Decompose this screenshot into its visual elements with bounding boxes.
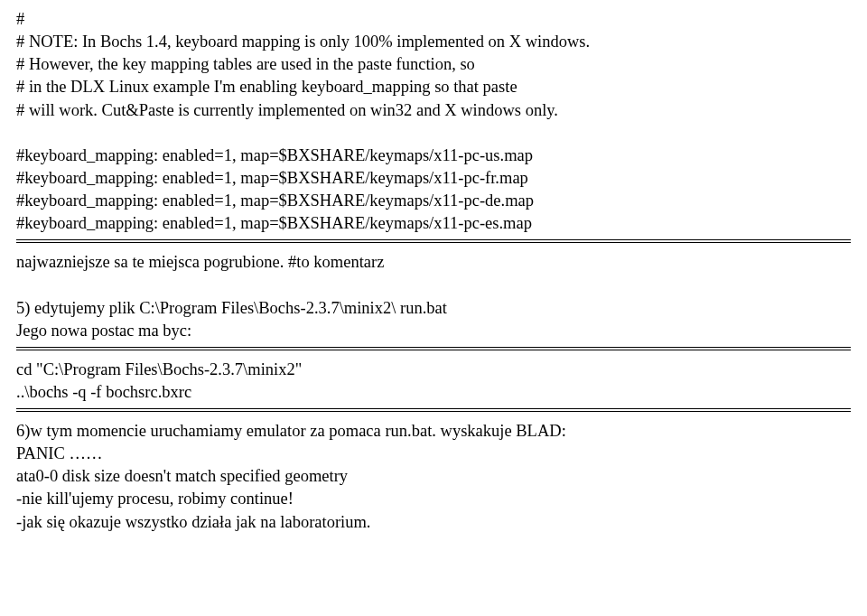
text-line: # will work. Cut&Paste is currently impl… — [16, 100, 851, 121]
text-line: # in the DLX Linux example I'm enabling … — [16, 77, 851, 98]
text-line: cd "C:\Program Files\Bochs-2.3.7\minix2" — [16, 359, 851, 380]
text-line: -nie kill'ujemy procesu, robimy continue… — [16, 489, 851, 509]
text-line: # However, the key mapping tables are us… — [16, 54, 851, 75]
comment-block: # # NOTE: In Bochs 1.4, keyboard mapping… — [16, 9, 851, 234]
document-body: # # NOTE: In Bochs 1.4, keyboard mapping… — [16, 9, 851, 533]
command-block: cd "C:\Program Files\Bochs-2.3.7\minix2"… — [16, 359, 851, 403]
blank-line — [16, 123, 851, 144]
text-line: PANIC …… — [16, 443, 851, 464]
text-line: #keyboard_mapping: enabled=1, map=$BXSHA… — [16, 168, 851, 189]
text-line: 5) edytujemy plik C:\Program Files\Bochs… — [16, 298, 851, 319]
text-line: #keyboard_mapping: enabled=1, map=$BXSHA… — [16, 145, 851, 166]
text-line: 6)w tym momencie uruchamiamy emulator za… — [16, 421, 851, 442]
text-line: #keyboard_mapping: enabled=1, map=$BXSHA… — [16, 213, 851, 234]
blank-line — [16, 275, 851, 295]
notes-block: 6)w tym momencie uruchamiamy emulator za… — [16, 421, 851, 533]
divider — [16, 347, 851, 350]
text-line: # NOTE: In Bochs 1.4, keyboard mapping i… — [16, 32, 851, 52]
divider — [16, 408, 851, 412]
divider — [16, 239, 851, 243]
text-line: Jego nowa postac ma byc: — [16, 321, 851, 341]
instructions-block: najwazniejsze sa te miejsca pogrubione. … — [16, 252, 851, 341]
text-line: -jak się okazuje wszystko działa jak na … — [16, 512, 851, 533]
text-line: #keyboard_mapping: enabled=1, map=$BXSHA… — [16, 191, 851, 211]
text-line: najwazniejsze sa te miejsca pogrubione. … — [16, 252, 851, 273]
text-line: # — [16, 9, 851, 30]
text-line: ..\bochs -q -f bochsrc.bxrc — [16, 382, 851, 403]
text-line: ata0-0 disk size doesn't match specified… — [16, 466, 851, 487]
